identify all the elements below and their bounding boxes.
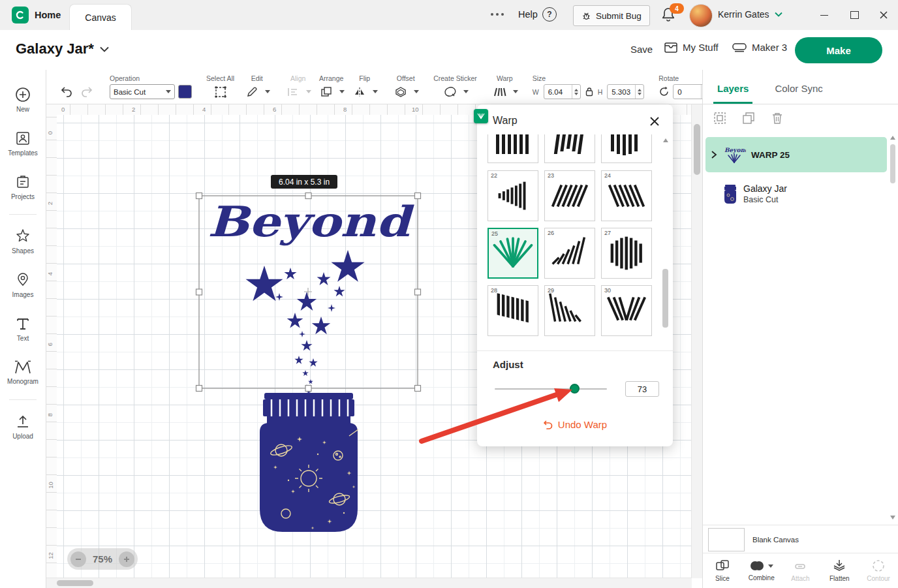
caret-icon[interactable]	[463, 90, 469, 93]
machine-label: Maker 3	[752, 42, 787, 53]
undo-warp-button[interactable]: Undo Warp	[477, 419, 673, 430]
delete-icon[interactable]	[769, 110, 785, 126]
height-stepper[interactable]: 5.303	[607, 84, 644, 99]
rotate-icon[interactable]	[658, 86, 670, 97]
warp-style-partial[interactable]	[488, 134, 538, 163]
more-options-icon[interactable]	[491, 13, 504, 16]
sidebar-item-templates[interactable]: Templates	[0, 123, 46, 164]
make-button[interactable]: Make	[795, 37, 882, 63]
vertical-scrollbar[interactable]	[691, 104, 702, 578]
redo-button[interactable]	[78, 84, 95, 101]
galaxy-jar-artwork[interactable]	[260, 393, 358, 532]
blank-canvas-swatch[interactable]	[708, 528, 745, 551]
width-stepper[interactable]: 6.04	[544, 84, 581, 99]
select-all-button[interactable]	[212, 84, 229, 101]
duplicate-icon[interactable]	[741, 110, 756, 126]
warp-style-partial[interactable]	[544, 134, 595, 163]
warp-style-partial[interactable]	[601, 134, 652, 163]
maximize-button[interactable]	[844, 5, 864, 25]
avatar[interactable]	[689, 4, 713, 27]
warp-style-27[interactable]: 27	[601, 228, 652, 279]
zoom-out-button[interactable]	[70, 551, 86, 567]
blank-canvas-label: Blank Canvas	[752, 536, 799, 544]
submit-bug-button[interactable]: Submit Bug	[573, 5, 650, 26]
sidebar-item-new[interactable]: New	[0, 79, 46, 121]
layer-item-galaxy-jar[interactable]: Galaxy Jar Basic Cut	[705, 176, 887, 211]
adjust-value-input[interactable]: 73	[625, 381, 659, 397]
chevron-right-icon[interactable]	[711, 150, 717, 159]
selection-size-label: 6.04 in x 5.3 in	[271, 175, 337, 189]
machine-selector[interactable]: Maker 3	[732, 42, 787, 53]
warp-style-25-selected[interactable]: 25	[488, 228, 538, 279]
sidebar-item-upload[interactable]: Upload	[0, 406, 46, 448]
tab-canvas[interactable]: Canvas	[69, 4, 132, 31]
group-icon[interactable]	[712, 110, 728, 126]
design-text[interactable]: Beyond	[208, 197, 414, 246]
warp-button[interactable]	[491, 84, 508, 101]
sidebar-item-projects[interactable]: Projects	[0, 166, 46, 208]
flatten-button[interactable]: Flatten	[820, 553, 859, 588]
layers-scrollbar[interactable]	[890, 135, 896, 520]
attach-button[interactable]: Attach	[781, 553, 820, 588]
offset-button[interactable]	[392, 84, 409, 101]
my-stuff-button[interactable]: My Stuff	[664, 42, 719, 53]
sidebar-item-images[interactable]: Images	[0, 264, 46, 306]
edit-button[interactable]	[243, 84, 260, 101]
create-sticker-button[interactable]	[442, 84, 459, 101]
slice-button[interactable]: Slice	[703, 553, 742, 588]
caret-icon	[768, 565, 773, 568]
layer-item-warp25[interactable]: Beyond WARP 25	[705, 137, 887, 172]
undo-button[interactable]	[58, 84, 75, 101]
warp-style-29[interactable]: 29	[544, 285, 595, 336]
warp-style-23[interactable]: 23	[544, 170, 595, 221]
caret-icon[interactable]	[373, 90, 378, 93]
rotate-label: Rotate	[658, 74, 679, 84]
arrange-button[interactable]	[318, 84, 335, 101]
edit-toolbar: Operation Basic Cut Select All Edit	[46, 70, 702, 104]
align-button[interactable]	[285, 84, 302, 101]
save-button[interactable]: Save	[630, 44, 653, 55]
warp-grid-scrollbar[interactable]	[662, 138, 668, 345]
sidebar-item-monogram[interactable]: Monogram	[0, 352, 46, 394]
star-spray[interactable]	[245, 250, 364, 394]
tab-layers[interactable]: Layers	[713, 83, 752, 104]
adjust-slider-track[interactable]	[495, 388, 607, 390]
caret-icon	[166, 90, 171, 93]
user-menu[interactable]: Kerrin Gates	[718, 9, 782, 20]
color-swatch[interactable]	[178, 85, 192, 99]
operation-label: Operation	[110, 74, 140, 84]
sidebar-item-text[interactable]: Text	[0, 308, 46, 350]
combine-button[interactable]: Combine	[742, 553, 781, 588]
caret-icon[interactable]	[414, 90, 419, 93]
warp-panel: Warp 22 23 24	[477, 104, 673, 446]
project-title-menu[interactable]: Galaxy Jar*	[16, 40, 109, 57]
warp-style-30[interactable]: 30	[601, 285, 652, 336]
adjust-slider-handle[interactable]	[570, 384, 580, 394]
caret-icon[interactable]	[339, 90, 345, 93]
tab-color-sync[interactable]: Color Sync	[771, 83, 826, 104]
shapes-icon	[15, 228, 31, 244]
operation-dropdown[interactable]: Basic Cut	[110, 84, 175, 99]
notifications-button[interactable]: 4	[660, 6, 680, 25]
sidebar-item-shapes[interactable]: Shapes	[0, 221, 46, 262]
warp-style-22[interactable]: 22	[488, 170, 538, 221]
minimize-button[interactable]	[814, 5, 834, 25]
warp-style-24[interactable]: 24	[601, 170, 652, 221]
lock-icon[interactable]	[585, 87, 593, 97]
warp-style-26[interactable]: 26	[544, 228, 595, 279]
warp-style-28[interactable]: 28	[488, 285, 538, 336]
caret-icon[interactable]	[265, 90, 270, 93]
new-icon	[15, 87, 31, 102]
warp-close-button[interactable]	[647, 114, 662, 129]
contour-button[interactable]: Contour	[859, 553, 898, 588]
layer-actions	[712, 110, 785, 126]
tab-home[interactable]: Home	[0, 0, 72, 30]
adjust-label: Adjust	[493, 359, 523, 370]
blank-canvas-row[interactable]: Blank Canvas	[703, 525, 898, 553]
zoom-in-button[interactable]	[119, 551, 134, 567]
close-button[interactable]	[874, 5, 893, 25]
caret-icon[interactable]	[513, 90, 518, 93]
help-button[interactable]: Help ?	[518, 7, 557, 22]
flip-button[interactable]	[351, 84, 368, 101]
horizontal-scrollbar[interactable]	[46, 578, 692, 588]
